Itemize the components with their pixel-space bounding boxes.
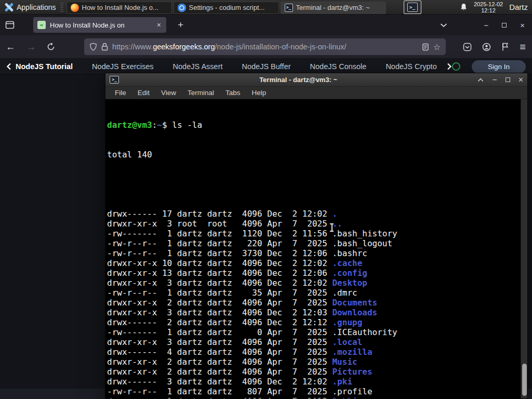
distro-logo-icon: [4, 3, 14, 12]
scroll-left-icon[interactable]: [6, 63, 11, 70]
gfg-nav-link[interactable]: NodeJS Tutorial: [16, 62, 73, 71]
file-name: Documents: [332, 298, 377, 308]
account-icon[interactable]: [482, 43, 491, 51]
terminal-titlebar[interactable]: >_ Terminal - dartz@vm3: ~ − ×: [105, 73, 527, 87]
new-tab-button[interactable]: +: [175, 19, 187, 31]
file-name: .mozilla: [332, 347, 372, 357]
prompt-line: dartz@vm3:~$ ls -la: [107, 120, 520, 130]
gfg-nav-items: NodeJS TutorialNodeJS ExercisesNodeJS As…: [16, 62, 446, 71]
terminal-menu-item[interactable]: File: [109, 89, 132, 97]
forward-button[interactable]: →: [21, 42, 42, 52]
terminal-line: drwxr-xr-x 2 dartz dartz 4096 Apr 7 2025…: [107, 298, 520, 308]
terminal-line: drwxr-xr-x 2 dartz dartz 4096 Apr 7 2025…: [107, 367, 520, 377]
terminal-menu-item[interactable]: View: [155, 89, 182, 97]
terminal-line: drwx------ 4 dartz dartz 4096 Apr 7 2025…: [107, 347, 520, 357]
file-name: .cache: [332, 258, 362, 268]
window-minimize-button[interactable]: −: [484, 21, 488, 29]
terminal-line: drwxr-xr-x 10 dartz dartz 4096 Dec 2 12:…: [107, 258, 520, 268]
address-bar[interactable]: https://www.geeksforgeeks.org/node-js/in…: [84, 38, 446, 55]
lock-icon[interactable]: [101, 43, 108, 51]
reload-icon[interactable]: [42, 43, 60, 51]
terminal-title: Terminal - dartz@vm3: ~: [119, 76, 477, 84]
file-name: .dmrc: [332, 288, 357, 298]
window-maximize-button[interactable]: [502, 23, 507, 28]
terminal-menu-item[interactable]: Edit: [132, 89, 155, 97]
browser-tab-active[interactable]: ∞ How to Install Node.js on ×: [33, 17, 166, 33]
extensions-icon[interactable]: [501, 43, 509, 51]
firefox-icon: [71, 4, 79, 12]
file-name: .profile: [332, 387, 372, 396]
file-name: .bash_history: [332, 229, 397, 238]
notifications-bell-icon[interactable]: [460, 3, 468, 11]
file-name: Pictures: [332, 367, 372, 377]
terminal-menubar: FileEditViewTerminalTabsHelp: [105, 87, 527, 99]
terminal-line: drwx------ 2 dartz dartz 4096 Dec 2 12:1…: [107, 317, 520, 327]
file-name: Downloads: [332, 308, 377, 317]
navigation-toolbar: ← → https://www.geeksforgeeks.org/node-j…: [0, 35, 532, 59]
applications-menu-button[interactable]: Applications: [0, 0, 60, 14]
gfg-nav-link[interactable]: NodeJS Buffer: [242, 62, 291, 71]
search-icon[interactable]: [452, 62, 460, 71]
reader-view-icon[interactable]: [422, 43, 429, 51]
terminal-line: -rw-r--r-- 1 dartz dartz 3730 Dec 2 12:0…: [107, 248, 520, 258]
file-name: .gnupg: [332, 317, 362, 327]
taskbar-window-button[interactable]: Settings - codium script...: [174, 2, 279, 14]
tab-close-icon[interactable]: ×: [156, 21, 162, 29]
file-name: .bash_logout: [332, 238, 392, 248]
tab-bar: ∞ How to Install Node.js on × + − ×: [0, 15, 532, 35]
terminal-icon: >_: [285, 4, 293, 12]
tracking-shield-icon[interactable]: [89, 43, 97, 51]
user-menu[interactable]: Dartz: [509, 3, 528, 11]
scroll-right-icon[interactable]: [447, 63, 452, 70]
system-taskbar: Applications How to Install Node.js o...…: [0, 0, 532, 15]
shade-window-icon[interactable]: [477, 78, 484, 82]
tray-terminal-icon[interactable]: >_: [404, 1, 421, 14]
terminal-menu-item[interactable]: Help: [246, 89, 272, 97]
terminal-line: drwxr-xr-x 2 dartz dartz 4096 Apr 7 2025…: [107, 396, 520, 398]
gfg-nav-link[interactable]: NodeJS Console: [310, 62, 367, 71]
url-text: https://www.geeksforgeeks.org/node-js/in…: [112, 43, 418, 51]
window-close-button[interactable]: ×: [520, 21, 525, 29]
taskbar-window-title: How to Install Node.js o...: [82, 4, 158, 11]
terminal-line: -rw-r--r-- 1 dartz dartz 35 Apr 7 2025 .…: [107, 288, 520, 298]
taskbar-window-button[interactable]: >_ Terminal - dartz@vm3: ~: [281, 2, 386, 14]
bookmark-star-icon[interactable]: ☆: [433, 42, 441, 52]
terminal-line: drwx------ 3 dartz dartz 4096 Dec 2 12:0…: [107, 377, 520, 387]
tab-title: How to Install Node.js on: [50, 21, 152, 29]
file-name: .config: [332, 268, 367, 278]
terminal-line: drwxr-xr-x 3 root root 4096 Apr 7 2025 .…: [107, 219, 520, 229]
terminal-close-button[interactable]: ×: [518, 75, 523, 85]
terminal-window: >_ Terminal - dartz@vm3: ~ − × FileEditV…: [105, 73, 528, 399]
terminal-line: drwxr-xr-x 2 dartz dartz 4096 Apr 7 2025…: [107, 357, 520, 367]
clock-time: 12:12: [474, 7, 503, 14]
gfg-nav-link[interactable]: NodeJS Exercises: [92, 62, 153, 71]
back-button[interactable]: ←: [0, 42, 21, 52]
terminal-icon: >_: [110, 76, 119, 84]
taskbar-window-button[interactable]: How to Install Node.js o...: [66, 2, 172, 14]
gfg-nav-link[interactable]: NodeJS Crypto: [385, 62, 436, 71]
gfg-nav-link[interactable]: NodeJS Assert: [173, 62, 223, 71]
firefox-view-icon[interactable]: [5, 21, 15, 29]
file-name: .local: [332, 337, 362, 347]
file-name: .pki: [332, 377, 352, 387]
taskbar-windows: How to Install Node.js o... Settings - c…: [66, 0, 386, 14]
menu-hamburger-icon[interactable]: ≡: [520, 41, 526, 53]
terminal-line: drwxr-xr-x 3 dartz dartz 4096 Dec 2 12:0…: [107, 278, 520, 288]
list-all-tabs-icon[interactable]: [440, 23, 447, 28]
terminal-menu-item[interactable]: Terminal: [182, 89, 220, 97]
terminal-menu-item[interactable]: Tabs: [220, 89, 246, 97]
terminal-minimize-button[interactable]: −: [492, 75, 497, 85]
taskbar-window-title: Settings - codium script...: [189, 4, 265, 11]
scrollbar-thumb[interactable]: [522, 364, 527, 396]
settings-icon: [178, 4, 186, 12]
terminal-text: dartz@vm3:~$ ls -la total 140 drwx------…: [107, 100, 520, 398]
sign-in-button[interactable]: Sign In: [472, 60, 526, 73]
terminal-scrollbar[interactable]: [521, 99, 527, 398]
terminal-line: -rw-r--r-- 1 dartz dartz 220 Apr 7 2025 …: [107, 238, 520, 248]
clock[interactable]: 2025-12-02 12:12: [474, 1, 503, 14]
file-name: .: [332, 209, 337, 219]
geeksforgeeks-favicon: ∞: [37, 21, 46, 29]
terminal-maximize-button[interactable]: [506, 77, 510, 82]
pocket-icon[interactable]: [463, 43, 472, 51]
terminal-body[interactable]: dartz@vm3:~$ ls -la total 140 drwx------…: [105, 99, 527, 398]
